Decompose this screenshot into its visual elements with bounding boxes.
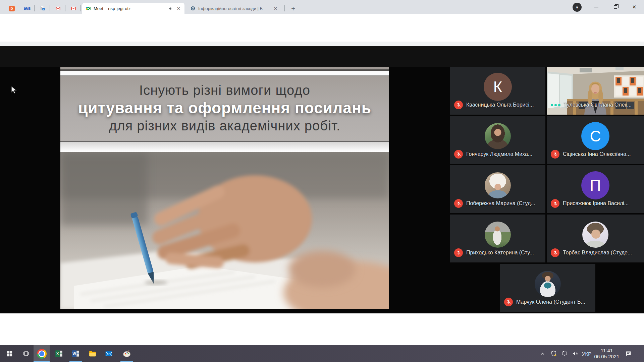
participant-avatar <box>535 271 561 297</box>
participant-tile[interactable]: Тулевська Світлана Олек... <box>547 67 644 115</box>
taskbar-paint[interactable] <box>119 345 135 362</box>
participant-tile[interactable]: Побережна Марина (Студ... <box>450 165 545 213</box>
window-minimize-button[interactable] <box>589 0 604 14</box>
participant-name: Приходько Катерина (Сту... <box>466 250 534 256</box>
chrome-icon <box>37 349 47 359</box>
taskbar-mail[interactable] <box>101 345 117 362</box>
pinned-tab-gmail-2[interactable] <box>67 3 80 14</box>
pinned-tab-b[interactable]: b <box>5 3 18 14</box>
participant-tile[interactable]: Марчук Олена (Студент Б... <box>500 264 595 312</box>
participant-name: Побережна Марина (Студ... <box>466 200 535 206</box>
start-button[interactable] <box>1 345 17 362</box>
excel-icon: X <box>55 349 63 358</box>
gmail-icon <box>55 6 61 11</box>
new-tab-button[interactable]: + <box>288 4 298 13</box>
participant-avatar <box>582 222 608 248</box>
tray-defender[interactable] <box>548 345 559 362</box>
bookmarks-bar: Сервисы www.google.com <box>0 29 644 42</box>
participant-name-row: Присяжнюк Ірина Василі... <box>551 199 629 208</box>
tray-clock[interactable]: 11:41 06.05.2021 <box>591 345 622 362</box>
window-restore-button[interactable] <box>608 0 623 14</box>
tab-info-events[interactable]: Інформаційно-освітні заходи | Б ✕ <box>187 3 281 14</box>
meet-control-bar: Информация о встрече Поднять руку Тулевс… <box>0 313 644 345</box>
b-app-icon: b <box>9 6 15 11</box>
windows-logo-icon <box>6 350 13 357</box>
word-icon: W <box>71 349 80 358</box>
participant-tile[interactable]: ССіцінська Інна Олексіївна... <box>547 116 644 164</box>
pinned-tab-gmail-1[interactable] <box>51 3 65 14</box>
tab-meet[interactable]: Meet – nsp-jegi-otz ✕ <box>82 3 184 14</box>
tab-separator <box>65 5 65 11</box>
tab-separator <box>50 5 50 11</box>
mic-muted-icon <box>454 248 463 257</box>
mic-muted-icon <box>454 101 463 109</box>
mic-muted-icon <box>551 199 559 208</box>
screen: b а6в Gя Meet – nsp-jegi-otz ✕ Інформаці… <box>0 0 644 362</box>
tab-close-icon[interactable]: ✕ <box>273 6 278 11</box>
mail-icon <box>105 350 113 358</box>
taskbar-explorer[interactable] <box>85 345 101 362</box>
participant-name: Марчук Олена (Студент Б... <box>516 299 585 305</box>
meet-stage: Існують різні вимоги щодо цитування та о… <box>0 67 644 313</box>
mic-muted-icon <box>551 150 559 159</box>
network-icon <box>561 350 568 357</box>
media-controls-button[interactable]: ▼ <box>573 3 582 12</box>
site-favicon <box>190 6 196 11</box>
participant-avatar <box>485 222 511 248</box>
participant-avatar <box>485 123 511 149</box>
action-center-button[interactable] <box>623 345 633 362</box>
svg-text:W: W <box>73 352 76 356</box>
participant-tile[interactable]: Гончарук Людмила Миха... <box>450 116 545 164</box>
taskbar-chrome[interactable] <box>34 345 50 362</box>
language-label: УКР <box>582 351 591 357</box>
task-view-icon <box>22 350 30 357</box>
tab-separator <box>284 5 285 11</box>
tab-audio-icon[interactable] <box>168 6 173 11</box>
page-top-band <box>0 42 644 46</box>
browser-tab-strip: b а6в Gя Meet – nsp-jegi-otz ✕ Інформаці… <box>0 0 644 14</box>
tab-close-icon[interactable]: ✕ <box>176 6 181 11</box>
translate-icon: Gя <box>40 6 45 11</box>
participant-name: Гончарук Людмила Миха... <box>466 151 532 157</box>
chevron-up-icon <box>540 351 545 357</box>
mic-muted-icon <box>454 199 463 208</box>
task-view-button[interactable] <box>18 345 34 362</box>
pinned-tab-translate[interactable]: Gя <box>36 3 49 14</box>
participant-name-row: Гончарук Людмила Миха... <box>454 150 532 159</box>
mouse-cursor <box>11 86 17 95</box>
file-explorer-icon <box>88 349 97 358</box>
tab-separator <box>80 5 81 11</box>
defender-shield-icon <box>550 350 557 357</box>
tray-network[interactable] <box>559 345 570 362</box>
participant-name-row: Торбас Владислав (Студе... <box>551 248 632 257</box>
participant-tile[interactable]: ККвасницька Ольга Борисі... <box>450 67 545 115</box>
gmail-icon <box>71 6 76 11</box>
participant-name: Тулевська Світлана Олек... <box>564 102 632 108</box>
pinned-tab-dictionary[interactable]: а6в <box>20 3 34 14</box>
participant-name: Торбас Владислав (Студе... <box>563 250 632 256</box>
paint-icon <box>122 349 131 358</box>
action-center-icon <box>625 350 632 357</box>
tray-time: 11:41 <box>601 348 613 354</box>
mic-muted-icon <box>504 298 513 306</box>
dictionary-icon: а6в <box>24 6 31 11</box>
participant-tile[interactable]: ППрисяжнюк Ірина Василі... <box>547 165 644 213</box>
participant-tile[interactable]: Торбас Владислав (Студе... <box>547 215 644 262</box>
participant-avatar: П <box>581 171 609 199</box>
tray-expand-button[interactable] <box>537 345 548 362</box>
svg-text:X: X <box>56 352 59 356</box>
taskbar-excel[interactable]: X <box>51 345 67 362</box>
mic-muted-icon <box>551 248 559 257</box>
participant-tile[interactable]: Приходько Катерина (Сту... <box>450 215 545 262</box>
tab-title: Meet – nsp-jegi-otz <box>94 6 166 11</box>
participant-name: Квасницька Ольга Борисі... <box>466 102 534 108</box>
meet-header: Тулевська Світлана Олексіївна (Бібліотек… <box>0 46 644 67</box>
tab-title: Інформаційно-освітні заходи | Б <box>198 6 270 11</box>
speaking-indicator-icon <box>551 101 560 109</box>
participant-name-row: Сіцінська Інна Олексіївна... <box>551 150 631 159</box>
window-close-button[interactable]: ✕ <box>627 0 642 14</box>
windows-taskbar: X W УКР 11:41 06.05.2021 <box>0 345 644 362</box>
participant-name-row: Тулевська Світлана Олек... <box>551 101 632 109</box>
taskbar-word[interactable]: W <box>68 345 84 362</box>
participant-name-row: Приходько Катерина (Сту... <box>454 248 534 257</box>
